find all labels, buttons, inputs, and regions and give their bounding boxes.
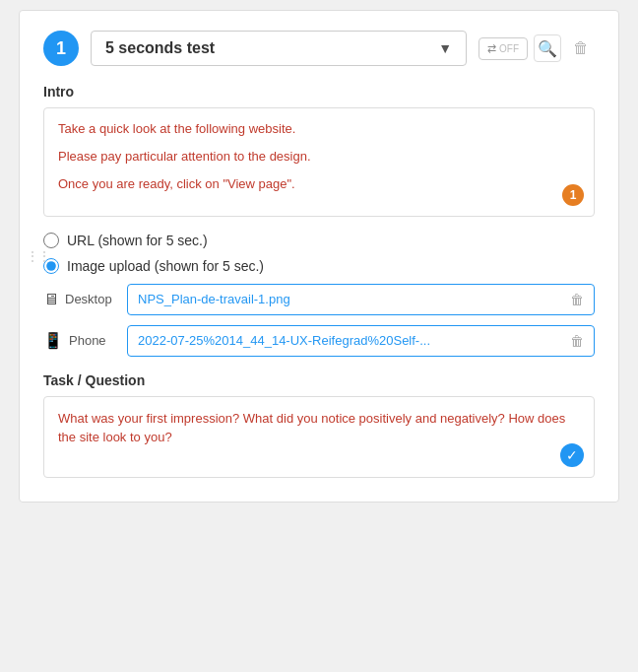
image-radio[interactable]	[43, 258, 59, 274]
task-label: Task / Question	[43, 372, 595, 388]
intro-line-3: Once you are ready, click on "View page"…	[58, 175, 580, 193]
desktop-file-box[interactable]: NPS_Plan-de-travail-1.png 🗑	[127, 284, 595, 315]
delete-button[interactable]: 🗑	[567, 34, 595, 62]
shuffle-off-label: OFF	[499, 43, 519, 54]
shuffle-button[interactable]: ⇄ OFF	[478, 37, 528, 60]
chevron-down-icon: ▼	[438, 40, 452, 56]
url-option-label[interactable]: URL (shown for 5 sec.)	[67, 233, 208, 248]
desktop-label-text: Desktop	[65, 292, 112, 306]
upload-section: 🖥 Desktop NPS_Plan-de-travail-1.png 🗑 📱 …	[43, 284, 595, 357]
intro-line-1: Take a quick look at the following websi…	[58, 120, 580, 138]
desktop-upload-row: 🖥 Desktop NPS_Plan-de-travail-1.png 🗑	[43, 284, 595, 315]
url-option-row: URL (shown for 5 sec.)	[43, 233, 595, 248]
check-badge[interactable]: ✓	[560, 443, 584, 467]
shuffle-icon: ⇄	[487, 42, 496, 55]
phone-filename: 2022-07-25%2014_44_14-UX-Reifegrad%20Sel…	[138, 333, 430, 348]
phone-icon: 📱	[43, 331, 63, 350]
desktop-icon: 🖥	[43, 291, 59, 308]
step-badge: 1	[43, 31, 79, 66]
search-button[interactable]: 🔍	[534, 34, 561, 62]
header-row: 1 5 seconds test ▼ ⇄ OFF 🔍 🗑	[43, 31, 595, 66]
intro-line-2: Please pay particular attention to the d…	[58, 148, 580, 166]
phone-upload-row: 📱 Phone 2022-07-25%2014_44_14-UX-Reifegr…	[43, 325, 595, 357]
header-actions: ⇄ OFF 🔍 🗑	[478, 34, 595, 62]
question-card: 1 5 seconds test ▼ ⇄ OFF 🔍 🗑 Intro Take …	[19, 10, 619, 503]
intro-label: Intro	[43, 84, 595, 100]
phone-label: 📱 Phone	[43, 331, 117, 350]
url-radio[interactable]	[43, 233, 59, 248]
intro-box: Take a quick look at the following websi…	[43, 107, 595, 217]
image-option-row: Image upload (shown for 5 sec.)	[43, 258, 595, 274]
phone-file-box[interactable]: 2022-07-25%2014_44_14-UX-Reifegrad%20Sel…	[127, 325, 595, 357]
phone-trash-icon[interactable]: 🗑	[570, 333, 584, 349]
title-dropdown[interactable]: 5 seconds test ▼	[91, 31, 467, 66]
task-box: What was your first impression? What did…	[43, 396, 595, 478]
title-text: 5 seconds test	[105, 39, 215, 57]
task-text: What was your first impression? What did…	[58, 409, 580, 447]
phone-label-text: Phone	[69, 333, 106, 348]
desktop-trash-icon[interactable]: 🗑	[570, 292, 584, 307]
image-option-label[interactable]: Image upload (shown for 5 sec.)	[67, 258, 264, 274]
desktop-filename: NPS_Plan-de-travail-1.png	[138, 292, 290, 306]
comment-badge[interactable]: 1	[562, 184, 584, 206]
desktop-label: 🖥 Desktop	[43, 291, 117, 308]
